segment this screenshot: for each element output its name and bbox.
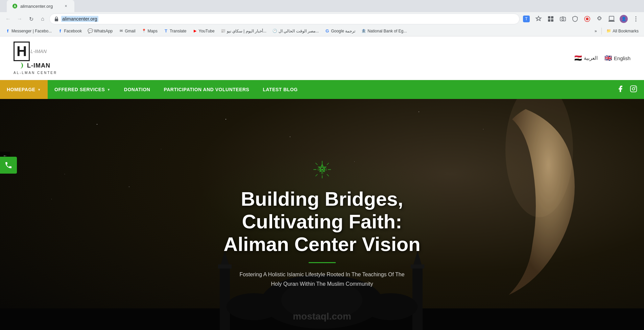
maps-favicon: 📍 (142, 29, 146, 33)
nav-latest-blog[interactable]: LATEST BLOG (256, 80, 304, 99)
english-flag-icon: 🇬🇧 (604, 54, 612, 62)
svg-point-20 (632, 87, 635, 90)
tab-close-button[interactable]: × (63, 3, 69, 9)
svg-rect-6 (551, 16, 553, 19)
nav-social-icons (617, 80, 644, 99)
more-bookmarks-button[interactable]: » (592, 28, 600, 34)
logo-subtitle: AL-Lman Center (14, 71, 57, 75)
active-tab[interactable]: A alimancenter.org × (7, 0, 74, 12)
crescent-logo-icon (14, 60, 27, 71)
address-bar: ← → ↻ ⌂ alimancenter.org T (0, 12, 644, 26)
facebook-icon (617, 85, 624, 93)
nav-homepage[interactable]: HOMEPAGE ▼ (0, 80, 48, 99)
nav-offered-services[interactable]: OFFERED SERVICES ▼ (48, 80, 117, 99)
english-lang-label: English (614, 55, 630, 61)
svg-point-16 (636, 19, 637, 20)
bookmark-google-translate[interactable]: G Google ترجمة (322, 28, 358, 34)
side-phone-button[interactable] (0, 157, 17, 174)
logo-brand-name: L-IMAN (27, 62, 50, 69)
puzzle-icon (596, 16, 603, 22)
profile-button[interactable]: 👤 (618, 14, 629, 24)
bookmark-time-label: مصر الوقت الحالي ال... (279, 29, 319, 33)
bookmark-youtube-label: YouTube (199, 29, 215, 33)
svg-line-39 (327, 174, 329, 176)
svg-rect-7 (548, 19, 550, 22)
site-header: H L-IMAN L-IMAN AL-Lman Center (0, 36, 644, 80)
nav-donation[interactable]: DONATION (117, 80, 157, 99)
bookmark-maps-label: Maps (148, 29, 158, 33)
nav-participation[interactable]: PARTICIPATION AND VOLUNTEERS (157, 80, 256, 99)
extensions-icon (547, 16, 554, 22)
svg-rect-14 (609, 21, 615, 22)
bookmark-whatsapp-label: WhatsApp (94, 29, 113, 33)
bank-favicon: 🏦 (361, 29, 366, 33)
instagram-social-link[interactable] (630, 85, 637, 94)
bookmark-akhbar[interactable]: 📰 أخبار اليوم | سكاي نيو... (218, 28, 269, 34)
participation-label: PARTICIPATION AND VOLUNTEERS (164, 87, 249, 92)
bookmark-national-bank-label: National Bank of Eg... (367, 29, 407, 33)
shield-button[interactable] (570, 14, 580, 24)
arabic-flag-icon: 🇪🇬 (574, 54, 582, 62)
all-bookmarks-button[interactable]: 📁 All Bookmarks (604, 28, 641, 34)
site-logo: H L-IMAN L-IMAN AL-Lman Center (14, 42, 57, 75)
bookmark-gmail[interactable]: ✉ Gmail (116, 28, 138, 34)
phone-icon-btn[interactable] (0, 157, 17, 174)
svg-rect-48 (325, 169, 326, 171)
bookmark-messenger[interactable]: f Messenger | Facebo... (3, 28, 54, 34)
bookmark-translate[interactable]: T Translate (161, 28, 189, 34)
translate-favicon: T (164, 29, 168, 33)
watermark: mostaql.com (293, 311, 351, 322)
logo-h-letter: H (14, 42, 30, 61)
instagram-icon (630, 85, 637, 93)
bookmarks-more: » 📁 All Bookmarks (592, 28, 641, 34)
watermark-text: mostaql.com (293, 311, 351, 322)
forward-button[interactable]: → (14, 14, 25, 24)
english-lang-button[interactable]: 🇬🇧 English (604, 54, 630, 62)
downloads-button[interactable] (606, 14, 617, 24)
bookmark-facebook[interactable]: f Facebook (55, 28, 85, 34)
back-button[interactable]: ← (3, 14, 14, 24)
bookmark-maps[interactable]: 📍 Maps (139, 28, 160, 34)
translate-extension-button[interactable]: T (521, 14, 532, 24)
url-text[interactable]: alimancenter.org (61, 16, 98, 22)
arabic-lang-label: العربية (584, 55, 598, 61)
facebook-favicon: f (58, 29, 63, 33)
screen-capture-button[interactable] (557, 14, 568, 24)
svg-rect-13 (609, 16, 614, 20)
bookmark-time[interactable]: 🕐 مصر الوقت الحالي ال... (270, 28, 321, 34)
bookmark-youtube[interactable]: ▶ YouTube (190, 28, 217, 34)
svg-point-21 (635, 86, 636, 87)
svg-rect-2 (55, 19, 58, 21)
arabic-lang-button[interactable]: 🇪🇬 العربية (574, 54, 598, 62)
downloads-icon (608, 16, 615, 22)
url-bar[interactable]: alimancenter.org (49, 14, 520, 24)
logo-tagline: L-IMAN (30, 49, 46, 54)
svg-rect-46 (321, 173, 323, 174)
language-switcher: 🇪🇬 العربية 🇬🇧 English (574, 54, 630, 62)
website-content: H L-IMAN L-IMAN AL-Lman Center (0, 36, 644, 330)
bookmark-button[interactable] (533, 14, 544, 24)
time-favicon: 🕐 (272, 29, 277, 33)
home-button[interactable]: ⌂ (37, 14, 48, 24)
bookmark-akhbar-label: أخبار اليوم | سكاي نيو... (227, 29, 266, 33)
screen-record-button[interactable] (582, 14, 593, 24)
reload-icon: ↻ (29, 16, 33, 22)
facebook-social-link[interactable] (617, 85, 624, 94)
hero-title: Building Bridges, Cultivating Faith: Ali… (211, 188, 434, 255)
svg-rect-47 (318, 169, 319, 171)
bookmark-national-bank[interactable]: 🏦 National Bank of Eg... (359, 28, 409, 34)
bookmark-whatsapp[interactable]: 💬 WhatsApp (85, 28, 115, 34)
puzzle-button[interactable] (594, 14, 605, 24)
record-icon (584, 16, 591, 22)
extensions-button[interactable] (545, 14, 556, 24)
reload-button[interactable]: ↻ (26, 14, 37, 24)
services-dropdown-arrow: ▼ (107, 88, 110, 92)
svg-point-10 (562, 18, 564, 20)
whatsapp-favicon: 💬 (88, 29, 93, 33)
star-icon (535, 16, 542, 22)
svg-rect-19 (630, 85, 637, 92)
hero-icon-wrapper (211, 159, 434, 181)
menu-button[interactable] (630, 14, 641, 24)
forward-icon: → (17, 16, 22, 22)
svg-line-38 (315, 163, 317, 165)
